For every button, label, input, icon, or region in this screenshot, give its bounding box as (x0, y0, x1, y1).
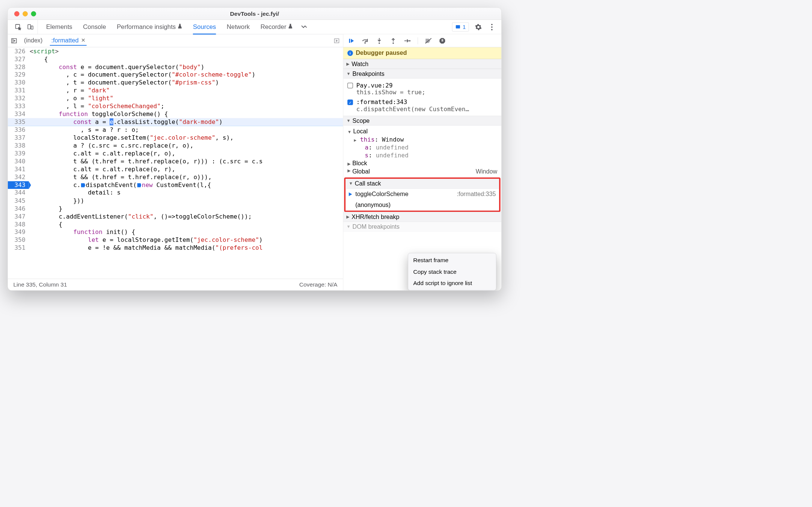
deactivate-breakpoints-icon[interactable] (425, 37, 432, 44)
code-line[interactable]: function toggleColorScheme() { (29, 110, 343, 118)
line-number[interactable]: 335 (8, 118, 29, 126)
device-toolbar-icon[interactable] (26, 23, 34, 31)
line-number[interactable]: 332 (8, 95, 29, 103)
code-line[interactable]: , l = "colorSchemeChanged"; (29, 103, 343, 110)
code-line[interactable]: c.alt = c.alt.replace(o, r), (29, 165, 343, 173)
code-line[interactable]: localStorage.setItem("jec.color-scheme",… (29, 134, 343, 142)
code-line[interactable]: const e = document.querySelector("body") (29, 63, 343, 71)
stack-frame[interactable]: (anonymous) (346, 200, 499, 211)
line-number[interactable]: 343 (8, 181, 29, 189)
line-number[interactable]: 344 (8, 189, 29, 197)
line-number[interactable]: 326 (8, 47, 29, 55)
breakpoint-checkbox[interactable]: ✓ (347, 100, 353, 105)
code-line[interactable]: } (29, 205, 343, 213)
stack-frame[interactable]: toggleColorScheme:formatted:335 (346, 189, 499, 199)
panel-tab-recorder[interactable]: Recorder (260, 23, 293, 30)
line-number[interactable]: 327 (8, 55, 29, 63)
more-tabs-icon[interactable] (301, 23, 308, 31)
line-number[interactable]: 339 (8, 149, 29, 157)
code-line[interactable]: t && (t.href = t.href.replace(o, r))) : … (29, 157, 343, 165)
callstack-panel-header[interactable]: ▼ Call stack (346, 179, 499, 189)
line-number[interactable]: 330 (8, 79, 29, 87)
line-number[interactable]: 351 (8, 244, 29, 252)
code-line[interactable]: let e = localStorage.getItem("jec.color-… (29, 236, 343, 244)
breakpoint-item[interactable]: Pay.vue:29this.isShow = true; (347, 80, 497, 97)
code-line[interactable]: , t = document.querySelector("#prism-css… (29, 79, 343, 87)
line-number[interactable]: 337 (8, 134, 29, 142)
line-number[interactable]: 329 (8, 71, 29, 79)
code-line[interactable]: e = !e && matchMedia && matchMedia("(pre… (29, 244, 343, 252)
code-line[interactable]: })) (29, 197, 343, 205)
code-line[interactable]: c.dispatchEvent(new CustomEvent(l,{ (29, 181, 343, 189)
run-snippet-icon[interactable] (333, 37, 341, 45)
line-number[interactable]: 342 (8, 173, 29, 181)
watch-panel-header[interactable]: ▶ Watch (343, 59, 502, 69)
kebab-menu-icon[interactable] (488, 23, 496, 31)
step-icon[interactable] (404, 37, 411, 44)
code-line[interactable]: c.alt = c.alt.replace(r, o), (29, 149, 343, 157)
code-editor[interactable]: 326<script>327 {328 const e = document.q… (8, 47, 343, 279)
code-line[interactable]: const a = e.classList.toggle("dark-mode"… (29, 118, 343, 126)
context-menu-item[interactable]: Restart frame (408, 255, 496, 266)
svg-point-5 (491, 26, 493, 28)
code-line[interactable]: , o = "light" (29, 95, 343, 103)
line-number[interactable]: 340 (8, 157, 29, 165)
scope-variable[interactable]: a: undefined (354, 143, 497, 151)
inspect-element-icon[interactable] (14, 23, 22, 31)
pause-exceptions-icon[interactable] (439, 37, 446, 44)
xhr-breakpoints-header[interactable]: ▶ XHR/fetch breakp (343, 212, 502, 222)
context-menu-item[interactable]: Copy stack trace (408, 266, 496, 277)
show-navigator-icon[interactable] (10, 37, 18, 45)
coverage-label: Coverage: N/A (299, 281, 337, 288)
line-number[interactable]: 349 (8, 228, 29, 236)
dom-breakpoints-header[interactable]: ▼ DOM breakpoints (343, 222, 502, 231)
code-line[interactable]: detail: s (29, 189, 343, 197)
line-number[interactable]: 345 (8, 197, 29, 205)
step-into-icon[interactable] (376, 37, 383, 44)
code-line[interactable]: c.addEventListener("click", ()=>toggleCo… (29, 213, 343, 220)
line-number[interactable]: 336 (8, 126, 29, 134)
scope-panel-header[interactable]: ▼ Scope (343, 116, 502, 125)
panel-tab-network[interactable]: Network (227, 23, 250, 30)
panel-tab-sources[interactable]: Sources (193, 23, 216, 30)
step-over-icon[interactable] (362, 37, 369, 44)
close-window-button[interactable] (14, 11, 20, 17)
code-line[interactable]: t && (t.href = t.href.replace(r, o))), (29, 173, 343, 181)
panel-tab-performance-insights[interactable]: Performance insights (117, 23, 182, 30)
scope-variable[interactable]: ▶ this: Window (354, 136, 497, 143)
issues-button[interactable]: 1 (452, 23, 469, 32)
breakpoints-panel-header[interactable]: ▼ Breakpoints (343, 69, 502, 78)
scope-variable[interactable]: s: undefined (354, 151, 497, 159)
minimize-window-button[interactable] (23, 11, 28, 17)
code-line[interactable]: function init() { (29, 228, 343, 236)
step-out-icon[interactable] (390, 37, 397, 44)
close-tab-icon[interactable]: ✕ (81, 37, 85, 43)
panel-tab-elements[interactable]: Elements (46, 23, 72, 30)
line-number[interactable]: 346 (8, 205, 29, 213)
file-tab[interactable]: (index) (23, 36, 44, 45)
line-number[interactable]: 331 (8, 87, 29, 95)
code-line[interactable]: , s = a ? r : o; (29, 126, 343, 134)
context-menu-item[interactable]: Add script to ignore list (408, 278, 496, 289)
breakpoint-item[interactable]: ✓:formatted:343c.dispatchEvent(new Custo… (347, 97, 497, 114)
file-tab[interactable]: :formatted✕ (50, 36, 86, 45)
settings-icon[interactable] (474, 23, 482, 31)
code-line[interactable]: { (29, 55, 343, 63)
line-number[interactable]: 334 (8, 110, 29, 118)
line-number[interactable]: 341 (8, 165, 29, 173)
line-number[interactable]: 328 (8, 63, 29, 71)
code-line[interactable]: , c = document.querySelector("#color-sch… (29, 71, 343, 79)
line-number[interactable]: 347 (8, 213, 29, 220)
breakpoint-checkbox[interactable] (347, 83, 353, 88)
code-line[interactable]: { (29, 220, 343, 228)
panel-tab-console[interactable]: Console (83, 23, 106, 30)
zoom-window-button[interactable] (31, 11, 36, 17)
code-line[interactable]: <script> (29, 47, 343, 55)
resume-icon[interactable] (348, 37, 355, 44)
code-line[interactable]: , r = "dark" (29, 87, 343, 95)
line-number[interactable]: 350 (8, 236, 29, 244)
code-line[interactable]: a ? (c.src = c.src.replace(r, o), (29, 142, 343, 149)
line-number[interactable]: 338 (8, 142, 29, 149)
line-number[interactable]: 333 (8, 103, 29, 110)
line-number[interactable]: 348 (8, 220, 29, 228)
